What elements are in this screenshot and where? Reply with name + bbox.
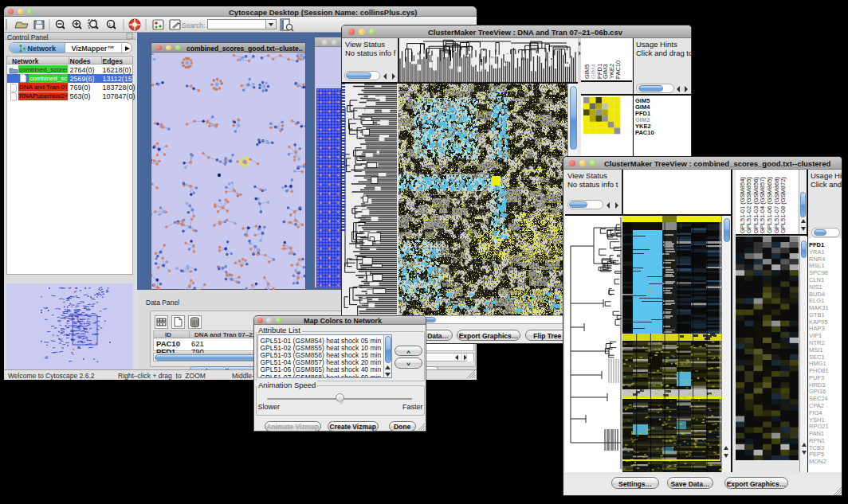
svg-text:1:1: 1:1 [108,22,116,27]
